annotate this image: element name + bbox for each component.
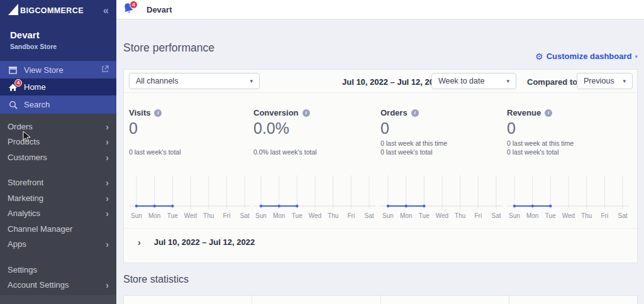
date-range-expander[interactable]: › Jul 10, 2022 – Jul 12, 2022 <box>124 228 637 263</box>
metric-orders: Ordersi 0 0 last week at this time 0 las… <box>380 93 504 228</box>
info-icon[interactable]: i <box>411 109 419 117</box>
search-label: Search <box>24 100 50 109</box>
svg-text:Thu: Thu <box>203 212 214 219</box>
sidebar-item-products[interactable]: Products› <box>0 134 116 150</box>
topbar: 4 Devart <box>116 0 644 19</box>
metric-value: 0 <box>380 119 389 138</box>
metric-subtext: 0 last week at this time <box>507 139 574 147</box>
sidebar-item-view-store[interactable]: View Store <box>0 61 116 79</box>
nav-label: Customers <box>8 153 47 162</box>
sidebar-store-plan: Sandbox Store <box>10 43 57 50</box>
metric-value: 0 <box>129 119 138 138</box>
sidebar-item-storefront[interactable]: Storefront› <box>0 175 116 191</box>
channel-filter-select[interactable]: All channels ▾ <box>129 73 260 89</box>
performance-filter-bar: All channels ▾ Jul 10, 2022 – Jul 12, 20… <box>124 70 637 93</box>
info-icon[interactable]: i <box>303 109 310 117</box>
sidebar-item-analytics[interactable]: Analytics› <box>0 206 116 222</box>
notifications-bell-icon[interactable]: 4 <box>123 3 136 16</box>
customize-dashboard-button[interactable]: ⚙ Customize dashboard ▾ <box>535 52 638 61</box>
revenue-sparkline-chart: SunMonTueWedThuFriSat <box>507 171 629 222</box>
svg-text:Sat: Sat <box>240 212 249 219</box>
date-range-text: Jul 10, 2022 – Jul 12, 2022 <box>342 77 443 87</box>
search-icon <box>8 100 18 110</box>
statistics-table-cell <box>381 296 509 304</box>
svg-text:Tue: Tue <box>292 212 303 219</box>
topbar-store-tab[interactable]: Devart <box>147 5 172 14</box>
sidebar: BIGCOMMERCE « Devart Sandbox Store View … <box>0 0 116 304</box>
sidebar-item-channel-manager[interactable]: Channel Manager <box>0 221 116 237</box>
metric-subtext: 0.0% last week's total <box>253 148 317 156</box>
sidebar-nav: Orders› Products› Customers› Storefront›… <box>0 114 116 293</box>
metric-subtext: 0 last week at this time <box>380 139 447 147</box>
sidebar-item-marketing[interactable]: Marketing› <box>0 190 116 206</box>
nav-label: Channel Manager <box>8 224 72 234</box>
nav-label: Marketing <box>8 193 43 203</box>
chevron-right-icon: › <box>106 193 109 203</box>
sidebar-brand-section: BIGCOMMERCE « Devart Sandbox Store <box>0 0 116 61</box>
nav-label: Storefront <box>8 178 43 187</box>
compared-to-label: Compared to <box>527 77 577 87</box>
svg-text:Sat: Sat <box>491 212 501 219</box>
svg-text:Mon: Mon <box>148 212 160 219</box>
nav-group-divider <box>0 165 116 175</box>
metric-label: Conversion <box>253 108 299 117</box>
svg-text:Thu: Thu <box>455 212 465 219</box>
nav-label: Apps <box>8 239 26 249</box>
bigcommerce-logo-icon <box>8 3 19 18</box>
sidebar-item-settings[interactable]: Settings <box>0 262 116 278</box>
gear-icon: ⚙ <box>535 52 543 61</box>
svg-text:Mon: Mon <box>400 212 412 219</box>
notification-count-badge: 4 <box>130 1 138 9</box>
customize-dashboard-label: Customize dashboard <box>547 52 632 61</box>
info-icon[interactable]: i <box>154 109 162 117</box>
metric-subtext: 0 last week's total <box>507 148 559 156</box>
caret-down-icon: ▾ <box>635 53 638 60</box>
chevron-right-icon: › <box>106 209 109 218</box>
comparison-filter-select[interactable]: Previous ▾ <box>577 73 633 89</box>
svg-text:Thu: Thu <box>328 212 338 219</box>
external-link-icon <box>101 65 109 75</box>
home-notification-badge: 4 <box>14 79 22 87</box>
svg-text:Tue: Tue <box>545 212 556 219</box>
svg-text:Sat: Sat <box>364 212 374 219</box>
nav-label: Analytics <box>8 209 40 218</box>
svg-text:Tue: Tue <box>167 212 178 219</box>
sidebar-item-orders[interactable]: Orders› <box>0 119 116 134</box>
metric-visits: Visitsi 0 0 last week's total SunMonTueW… <box>129 93 252 228</box>
nav-group-divider <box>0 252 116 262</box>
collapse-sidebar-icon[interactable]: « <box>103 5 109 16</box>
view-store-label: View Store <box>24 65 64 75</box>
sidebar-item-search[interactable]: Search <box>0 95 116 114</box>
metric-subtext: 0 last week's total <box>129 148 181 156</box>
period-filter-select[interactable]: Week to date ▾ <box>431 73 516 89</box>
statistics-table-cell <box>252 296 380 304</box>
chevron-right-icon: › <box>106 137 109 146</box>
chevron-right-icon: › <box>106 153 109 162</box>
caret-down-icon: ▾ <box>623 78 626 84</box>
svg-text:Thu: Thu <box>581 212 592 219</box>
svg-text:Sun: Sun <box>255 212 267 219</box>
store-performance-title: Store performance <box>123 41 214 55</box>
svg-text:Sun: Sun <box>509 212 520 219</box>
home-label: Home <box>24 82 46 92</box>
svg-text:Fri: Fri <box>347 212 355 219</box>
sidebar-item-customers[interactable]: Customers› <box>0 149 116 165</box>
sidebar-item-home[interactable]: 4 Home <box>0 79 116 95</box>
sidebar-item-apps[interactable]: Apps› <box>0 237 116 252</box>
sidebar-item-account-settings[interactable]: Account Settings› <box>0 278 116 293</box>
store-statistics-table <box>123 295 638 304</box>
info-icon[interactable]: i <box>545 109 552 117</box>
expander-chevron-icon: › <box>138 238 141 247</box>
expander-date-label: Jul 10, 2022 – Jul 12, 2022 <box>154 237 255 247</box>
caret-down-icon: ▾ <box>506 78 509 84</box>
statistics-table-cell <box>509 296 637 304</box>
comparison-filter-value: Previous <box>584 77 614 85</box>
metric-subtext: 0 last week's total <box>380 148 433 156</box>
channel-filter-value: All channels <box>136 77 178 85</box>
bigcommerce-logo-text: BIGCOMMERCE <box>20 6 84 15</box>
home-icon: 4 <box>8 82 18 92</box>
period-filter-value: Week to date <box>438 77 484 85</box>
storefront-icon <box>8 65 18 75</box>
metric-label: Orders <box>380 108 408 117</box>
svg-text:Wed: Wed <box>436 212 448 219</box>
